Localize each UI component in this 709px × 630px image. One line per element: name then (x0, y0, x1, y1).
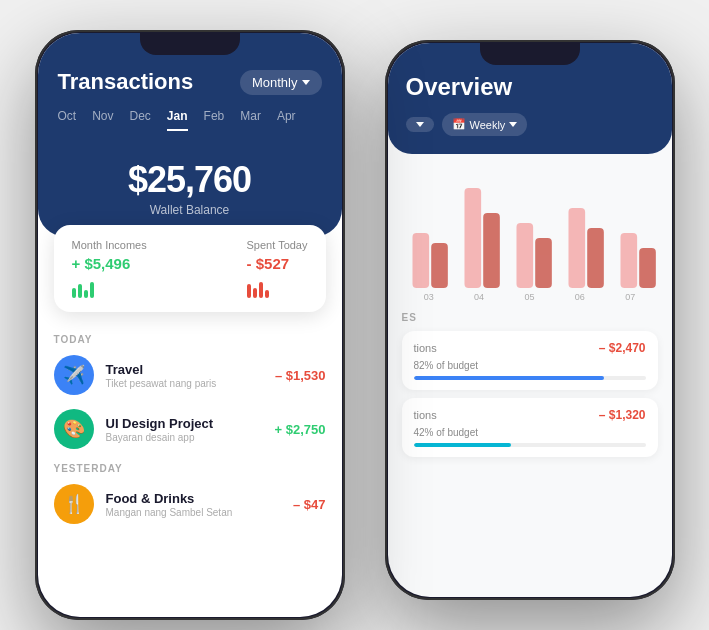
spent-mini-bars (247, 280, 308, 298)
food-info: Food & Drinks Mangan nang Sambel Setan (106, 491, 281, 518)
chart-label-03: 03 (424, 292, 434, 302)
month-mar[interactable]: Mar (240, 109, 261, 131)
notch-left (140, 33, 240, 55)
yesterday-label: YESTERDAY (54, 463, 326, 474)
month-feb[interactable]: Feb (204, 109, 225, 131)
filter-chevron-icon (416, 122, 424, 127)
bar4 (90, 282, 94, 298)
spent-today-col: Spent Today - $527 (247, 239, 308, 298)
svg-rect-6 (568, 208, 585, 288)
chart-label-04: 04 (474, 292, 484, 302)
filter-pill[interactable] (406, 117, 434, 132)
balance-section: $25,760 Wallet Balance (58, 141, 322, 237)
spent-today-label: Spent Today (247, 239, 308, 251)
food-amount: – $47 (293, 497, 326, 512)
progress-bg-2 (414, 443, 646, 447)
svg-rect-1 (431, 243, 448, 288)
travel-name: Travel (106, 362, 263, 377)
svg-rect-3 (483, 213, 500, 288)
chart-labels: 03 04 05 06 07 (400, 292, 660, 302)
svg-rect-4 (516, 223, 533, 288)
bar2 (78, 284, 82, 298)
budget-item-1[interactable]: tions – $2,470 82% of budget (402, 331, 658, 390)
budget-cat-2: tions (414, 409, 437, 421)
food-icon: 🍴 (54, 484, 94, 524)
chevron-down-icon (302, 80, 310, 85)
svg-rect-9 (639, 248, 656, 288)
transactions-screen: Transactions Monthly Oct Nov Dec Jan Feb… (38, 33, 342, 617)
scene: Transactions Monthly Oct Nov Dec Jan Feb… (15, 10, 695, 620)
spent-today-value: - $527 (247, 255, 308, 272)
bar-chart (400, 168, 660, 288)
notch-right (480, 43, 580, 65)
budget-pct-1: 82% of budget (414, 360, 479, 371)
travel-icon: ✈️ (54, 355, 94, 395)
food-name: Food & Drinks (106, 491, 281, 506)
budget-item-2[interactable]: tions – $1,320 42% of budget (402, 398, 658, 457)
month-navigation: Oct Nov Dec Jan Feb Mar Apr (58, 109, 322, 131)
budget-list: ES tions – $2,470 82% of budget (388, 302, 672, 597)
month-dec[interactable]: Dec (130, 109, 151, 131)
right-phone: Overview 📅 Weekly (385, 40, 675, 600)
balance-amount: $25,760 (58, 159, 322, 201)
overview-screen: Overview 📅 Weekly (388, 43, 672, 597)
tx-header: Transactions Monthly Oct Nov Dec Jan Feb… (38, 33, 342, 237)
left-phone: Transactions Monthly Oct Nov Dec Jan Feb… (35, 30, 345, 620)
ui-design-amount: + $2,750 (275, 422, 326, 437)
income-card: Month Incomes + $5,496 Spent Today - $52… (54, 225, 326, 312)
chart-svg-wrap (400, 168, 660, 288)
monthly-filter[interactable]: Monthly (240, 70, 322, 95)
svg-rect-2 (464, 188, 481, 288)
travel-info: Travel Tiket pesawat nang paris (106, 362, 263, 389)
ui-design-name: UI Design Project (106, 416, 263, 431)
budget-section-label: ES (402, 312, 658, 323)
budget-amount-2: – $1,320 (599, 408, 646, 422)
progress-bg-1 (414, 376, 646, 380)
travel-sub: Tiket pesawat nang paris (106, 378, 263, 389)
calendar-icon: 📅 (452, 118, 466, 131)
transaction-food[interactable]: 🍴 Food & Drinks Mangan nang Sambel Setan… (54, 484, 326, 524)
chart-label-07: 07 (625, 292, 635, 302)
food-sub: Mangan nang Sambel Setan (106, 507, 281, 518)
progress-fill-1 (414, 376, 604, 380)
month-apr[interactable]: Apr (277, 109, 296, 131)
month-incomes-value: + $5,496 (72, 255, 147, 272)
month-jan[interactable]: Jan (167, 109, 188, 131)
budget-pct-2: 42% of budget (414, 427, 479, 438)
income-mini-bars (72, 280, 147, 298)
rbar2 (253, 288, 257, 298)
transaction-ui-design[interactable]: 🎨 UI Design Project Bayaran desain app +… (54, 409, 326, 449)
month-incomes-label: Month Incomes (72, 239, 147, 251)
overview-controls: 📅 Weekly (406, 113, 654, 136)
weekly-chevron-icon (509, 122, 517, 127)
balance-label: Wallet Balance (58, 203, 322, 217)
svg-rect-5 (535, 238, 552, 288)
rbar3 (259, 282, 263, 298)
transactions-title: Transactions (58, 69, 194, 95)
ui-design-icon: 🎨 (54, 409, 94, 449)
chart-label-06: 06 (575, 292, 585, 302)
overview-title: Overview (406, 73, 654, 101)
month-incomes-col: Month Incomes + $5,496 (72, 239, 147, 298)
weekly-pill[interactable]: 📅 Weekly (442, 113, 528, 136)
bar3 (84, 290, 88, 298)
budget-amount-1: – $2,470 (599, 341, 646, 355)
ui-design-info: UI Design Project Bayaran desain app (106, 416, 263, 443)
month-nov[interactable]: Nov (92, 109, 113, 131)
budget-cat-1: tions (414, 342, 437, 354)
bar1 (72, 288, 76, 298)
svg-rect-7 (587, 228, 604, 288)
transaction-travel[interactable]: ✈️ Travel Tiket pesawat nang paris – $1,… (54, 355, 326, 395)
chart-label-05: 05 (524, 292, 534, 302)
rbar4 (265, 290, 269, 298)
today-label: TODAY (54, 334, 326, 345)
chart-area: 03 04 05 06 07 (388, 154, 672, 302)
transaction-list: TODAY ✈️ Travel Tiket pesawat nang paris… (38, 312, 342, 617)
ui-design-sub: Bayaran desain app (106, 432, 263, 443)
rbar1 (247, 284, 251, 298)
travel-amount: – $1,530 (275, 368, 326, 383)
progress-fill-2 (414, 443, 511, 447)
svg-rect-0 (412, 233, 429, 288)
month-oct[interactable]: Oct (58, 109, 77, 131)
svg-rect-8 (620, 233, 637, 288)
